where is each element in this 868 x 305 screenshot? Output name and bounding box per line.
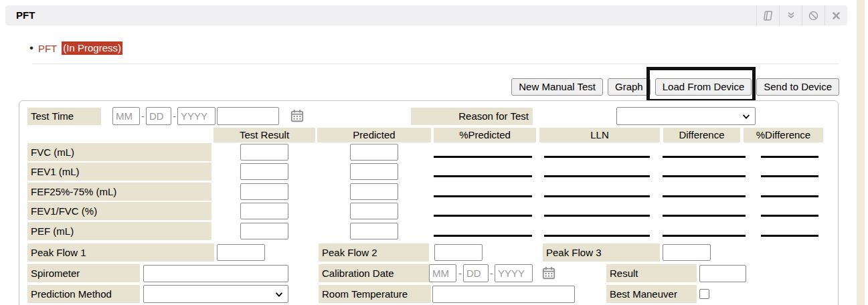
chevron-down-icon [274,290,284,301]
status-item-label: PFT [38,43,57,54]
pef-difference-dash [663,235,746,237]
fef-test-result-input[interactable] [240,183,288,200]
column-header-percent-difference: %Difference [744,128,823,142]
row-label-fvc: FVC (mL) [27,143,211,161]
row-label-fev1-fvc: FEV1/FVC (%) [27,202,211,220]
calibration-day-input[interactable] [463,264,489,282]
peak-flow-2-label: Peak Flow 2 [319,243,429,262]
circle-slash-icon [808,10,819,21]
room-temperature-input[interactable] [432,286,575,303]
best-maneuver-label: Best Maneuver [606,285,697,303]
date-separator: - [458,264,462,282]
calibration-month-input[interactable] [429,264,456,282]
graph-button[interactable]: Graph [608,78,650,96]
reason-for-test-label: Reason for Test [411,108,533,125]
result-label: Result [606,264,697,282]
prediction-method-label: Prediction Method [27,285,140,303]
fvc-percent-predicted-dash [434,156,532,158]
test-time-month-input[interactable] [112,107,140,125]
fef-percent-difference-dash [761,195,818,197]
row-label-fef: FEF25%-75% (mL) [27,183,211,201]
fev1-percent-difference-dash [761,175,818,177]
column-header-test-result: Test Result [213,128,315,142]
test-time-label: Test Time [27,108,101,125]
calendar-icon [290,114,305,125]
collapse-button[interactable] [779,5,802,25]
send-to-device-button[interactable]: Send to Device [756,78,839,96]
peak-flow-3-label: Peak Flow 3 [543,243,660,262]
spirometer-label: Spirometer [27,264,140,282]
date-separator: - [173,107,176,125]
fev1-fvc-percent-difference-dash [761,215,818,217]
window-titlebar: PFT [5,5,847,25]
peak-flow-1-input[interactable] [217,244,265,261]
column-header-lln: LLN [539,128,660,142]
close-button[interactable] [824,5,847,25]
peak-flow-3-input[interactable] [663,244,711,261]
action-button-row: New Manual Test Graph Load From Device S… [511,78,839,96]
fef-difference-dash [663,195,746,197]
fef-lln-dash [544,195,650,197]
fvc-predicted-input[interactable] [350,144,398,161]
status-badge: (In Progress) [62,41,122,55]
calendar-icon [541,271,556,282]
side-stripe [857,0,865,305]
load-from-device-button[interactable]: Load From Device [655,78,752,96]
fev1-fvc-test-result-input[interactable] [240,203,288,219]
room-temperature-label: Room Temperature [319,285,431,303]
fev1-difference-dash [663,175,746,177]
pft-form-panel: Test Time - - Reason for Test [19,100,839,305]
test-time-time-input[interactable] [217,107,279,125]
close-icon [831,11,841,21]
fev1-fvc-lln-dash [544,215,650,217]
row-label-fev1: FEV1 (mL) [27,163,211,181]
fev1-lln-dash [544,175,650,177]
calibration-date-label: Calibration Date [319,264,431,282]
section-divider [32,64,839,64]
pef-test-result-input[interactable] [240,223,288,239]
fvc-percent-difference-dash [761,156,818,158]
best-maneuver-checkbox[interactable] [699,289,709,299]
fev1-fvc-percent-predicted-dash [434,215,532,217]
pft-screen: PFT [0,0,868,305]
fev1-predicted-input[interactable] [350,163,398,180]
test-time-year-input[interactable] [177,107,215,125]
spirometer-input[interactable] [143,265,288,282]
result-input[interactable] [699,265,746,282]
fvc-lln-dash [544,156,650,158]
page-title: PFT [16,5,35,25]
peak-flow-1-label: Peak Flow 1 [27,243,214,262]
test-time-day-input[interactable] [146,107,171,125]
fev1-percent-predicted-dash [434,175,532,177]
pef-predicted-input[interactable] [350,223,398,239]
chevron-down-icon [742,112,751,123]
chevron-double-down-icon [786,10,796,21]
pef-percent-difference-dash [761,235,818,237]
fvc-difference-dash [663,156,746,158]
pef-lln-dash [544,235,650,237]
fef-predicted-input[interactable] [350,183,398,200]
new-manual-test-button[interactable]: New Manual Test [511,78,603,96]
pef-percent-predicted-dash [434,235,532,237]
calibration-calendar-button[interactable] [541,266,556,280]
row-label-pef: PEF (mL) [27,222,211,240]
fev1-fvc-predicted-input[interactable] [350,203,398,219]
prediction-method-select[interactable] [143,285,288,303]
fvc-test-result-input[interactable] [240,144,288,161]
titlebar-icon-toolbar [756,5,847,25]
reason-for-test-select[interactable] [616,107,756,125]
column-header-percent-predicted: %Predicted [434,128,536,142]
date-separator: - [490,264,493,282]
bullet-icon: • [29,41,33,55]
fev1-fvc-difference-dash [663,215,746,217]
journal-icon [762,10,774,21]
disable-button[interactable] [802,5,824,25]
fev1-test-result-input[interactable] [240,163,288,180]
date-separator: - [141,107,145,125]
fef-percent-predicted-dash [434,195,532,197]
journal-button[interactable] [756,5,779,25]
peak-flow-2-input[interactable] [434,244,483,261]
test-time-calendar-button[interactable] [290,108,305,123]
status-line: • PFT (In Progress) [29,41,122,55]
calibration-year-input[interactable] [495,264,533,282]
